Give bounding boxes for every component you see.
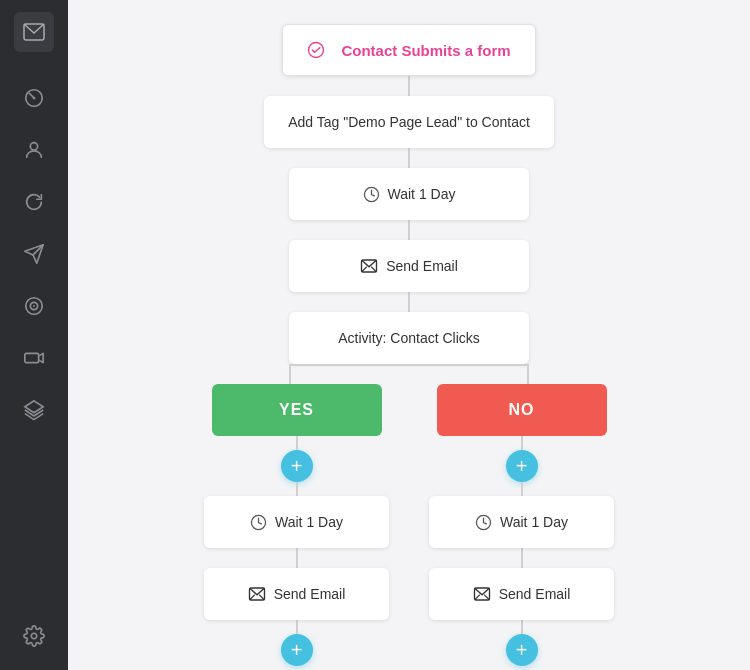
no-conn-1 (521, 436, 523, 450)
fork-lines (199, 364, 619, 384)
no-mid-conn (521, 548, 523, 568)
yes-mid-conn (296, 548, 298, 568)
no-end-conn (521, 620, 523, 634)
yes-conn-2 (296, 482, 298, 496)
wait-no-node[interactable]: Wait 1 Day (429, 496, 614, 548)
sidebar-item-dashboard[interactable] (12, 76, 56, 120)
wait-1-icon (363, 185, 380, 203)
send-email-yes-icon (248, 585, 266, 603)
add-tag-label: Add Tag "Demo Page Lead" to Contact (288, 114, 530, 130)
wait-yes-label: Wait 1 Day (275, 514, 343, 530)
no-label[interactable]: NO (437, 384, 607, 436)
no-conn-2 (521, 482, 523, 496)
svg-line-23 (474, 595, 479, 600)
yes-branch: YES + Wait 1 Day (204, 384, 389, 666)
svg-point-3 (30, 143, 37, 150)
flow-container: Contact Submits a form Add Tag "Demo Pag… (88, 24, 730, 666)
sidebar-item-reports[interactable] (12, 284, 56, 328)
connector-4 (408, 292, 410, 312)
no-branch: NO + Wait 1 Day (429, 384, 614, 666)
wait-1-label: Wait 1 Day (388, 186, 456, 202)
svg-rect-9 (25, 353, 39, 362)
send-email-1-node[interactable]: Send Email (289, 240, 529, 292)
wait-yes-icon (250, 513, 267, 531)
branch-row: YES + Wait 1 Day (88, 384, 730, 666)
send-email-no-label: Send Email (499, 586, 571, 602)
trigger-label: Contact Submits a form (341, 42, 510, 59)
trigger-node[interactable]: Contact Submits a form (282, 24, 535, 76)
svg-line-20 (259, 595, 264, 600)
svg-point-11 (31, 633, 37, 639)
sidebar-item-broadcast[interactable] (12, 336, 56, 380)
flow-canvas: Contact Submits a form Add Tag "Demo Pag… (68, 0, 750, 670)
yes-end-conn (296, 620, 298, 634)
send-email-1-icon (360, 257, 378, 275)
sidebar-item-settings[interactable] (12, 614, 56, 658)
wait-no-label: Wait 1 Day (500, 514, 568, 530)
connector-2 (408, 148, 410, 168)
wait-1-node[interactable]: Wait 1 Day (289, 168, 529, 220)
connector-3 (408, 220, 410, 240)
svg-point-8 (33, 305, 35, 307)
fork-horiz-line (289, 364, 529, 366)
wait-no-icon (475, 513, 492, 531)
svg-point-2 (33, 97, 36, 100)
yes-end-add-button[interactable]: + (281, 634, 313, 666)
yes-add-button[interactable]: + (281, 450, 313, 482)
yes-conn-1 (296, 436, 298, 450)
send-email-1-label: Send Email (386, 258, 458, 274)
no-add-button[interactable]: + (506, 450, 538, 482)
app-logo[interactable] (14, 12, 54, 52)
connector-1 (408, 76, 410, 96)
sidebar-item-layers[interactable] (12, 388, 56, 432)
send-email-yes-node[interactable]: Send Email (204, 568, 389, 620)
sidebar-nav (0, 76, 68, 432)
svg-line-24 (484, 595, 489, 600)
sidebar-item-campaigns[interactable] (12, 232, 56, 276)
sidebar (0, 0, 68, 670)
svg-line-16 (371, 267, 376, 272)
sidebar-item-contacts[interactable] (12, 128, 56, 172)
add-tag-node[interactable]: Add Tag "Demo Page Lead" to Contact (264, 96, 554, 148)
fork-vert-left-line (289, 364, 291, 384)
wait-yes-node[interactable]: Wait 1 Day (204, 496, 389, 548)
activity-node[interactable]: Activity: Contact Clicks (289, 312, 529, 364)
svg-line-15 (362, 267, 367, 272)
fork-vert-right-line (527, 364, 529, 384)
no-branch-nodes: Wait 1 Day Send Email (429, 496, 614, 666)
sidebar-bottom (12, 614, 56, 658)
send-email-no-node[interactable]: Send Email (429, 568, 614, 620)
no-end-add-button[interactable]: + (506, 634, 538, 666)
yes-branch-nodes: Wait 1 Day Send Email (204, 496, 389, 666)
send-email-yes-label: Send Email (274, 586, 346, 602)
trigger-check-icon (307, 41, 325, 60)
svg-line-19 (249, 595, 254, 600)
sidebar-item-automation[interactable] (12, 180, 56, 224)
yes-label[interactable]: YES (212, 384, 382, 436)
activity-label: Activity: Contact Clicks (338, 330, 480, 346)
send-email-no-icon (473, 585, 491, 603)
